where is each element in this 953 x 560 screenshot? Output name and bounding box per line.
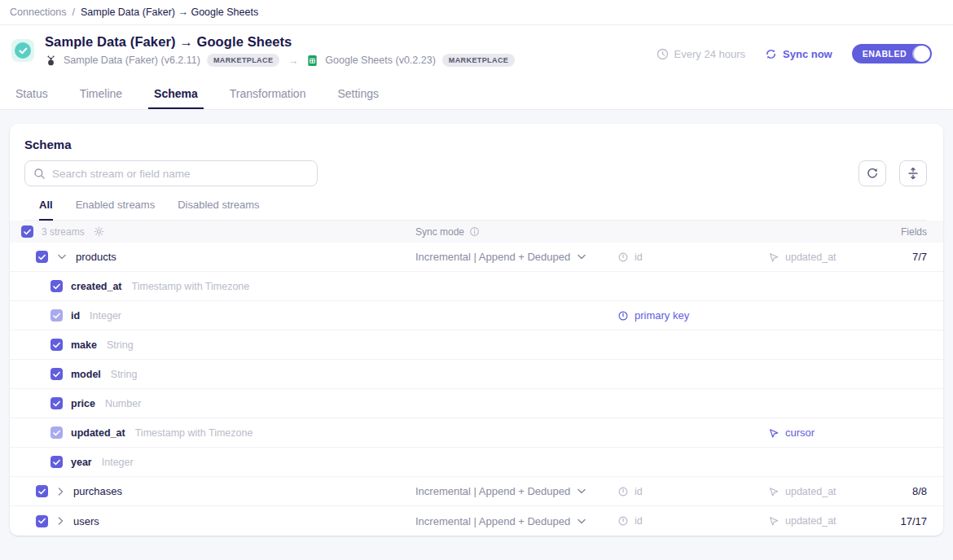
connection-tabs: Status Timeline Schema Transformation Se… [0,77,953,110]
fields-count: 7/7 [881,251,943,263]
check-icon [38,254,46,260]
stream-row-users: users Incremental | Append + Deduped id [10,506,943,536]
cursor-tag[interactable]: cursor [758,427,881,439]
cursor-value: updated_at [785,486,837,497]
enabled-toggle[interactable]: ENABLED [852,44,932,63]
chevron-right-icon[interactable] [58,488,64,496]
sync-mode-value: Incremental | Append + Deduped [415,515,570,527]
primary-key-summary[interactable]: id [608,486,758,497]
filter-tab-enabled[interactable]: Enabled streams [76,199,156,220]
field-row-model: model String [10,360,943,389]
destination-name[interactable]: Google Sheets (v0.2.23) [325,55,436,66]
cursor-pointer-icon [768,252,780,263]
tab-timeline[interactable]: Timeline [77,77,125,109]
fields-count: 17/17 [881,515,943,527]
expand-all-button[interactable] [899,160,927,186]
stream-name[interactable]: purchases [73,485,122,497]
key-circle-icon [617,310,629,322]
stream-checkbox[interactable] [36,485,48,497]
gear-icon[interactable] [93,225,105,238]
source-name[interactable]: Sample Data (Faker) (v6.2.11) [64,55,200,66]
field-type: Integer [90,310,121,322]
search-input[interactable] [52,168,309,180]
select-all-checkbox[interactable] [21,225,33,238]
sync-now-label: Sync now [783,48,832,60]
arrow-icon: → [288,55,298,67]
sync-mode-header: Sync mode [415,226,464,238]
tab-schema[interactable]: Schema [152,77,200,109]
field-name: created_at [71,281,122,292]
cursor-summary[interactable]: updated_at [758,486,881,497]
primary-key-summary[interactable]: id [608,515,758,527]
sync-icon [765,48,777,60]
stream-checkbox[interactable] [36,251,48,263]
primary-key-value: id [635,252,643,263]
schedule-label: Every 24 hours [674,48,745,60]
field-type: Timestamp with Timezone [132,281,250,292]
primary-key-tag[interactable]: primary key [608,309,758,322]
primary-key-tag-label: primary key [635,309,689,322]
refresh-schema-button[interactable] [859,160,886,186]
field-checkbox[interactable] [51,280,63,292]
connection-header: Sample Data (Faker) → Google Sheets Samp… [0,25,953,77]
connection-status-icon [11,39,34,62]
expand-vertical-icon [907,167,920,180]
field-checkbox[interactable] [51,427,63,439]
info-icon [469,226,480,237]
sync-schedule: Every 24 hours [657,48,745,60]
check-icon [38,488,46,495]
sync-mode-value: Incremental | Append + Deduped [415,251,570,263]
connection-title: Sample Data (Faker) → Google Sheets [45,34,515,50]
cursor-tag-label: cursor [785,427,815,439]
field-row-updated_at: updated_at Timestamp with Timezone curso… [10,418,943,448]
primary-key-value: id [635,515,643,527]
sync-mode-select[interactable]: Incremental | Append + Deduped [406,515,608,527]
field-checkbox[interactable] [51,456,63,468]
field-type: Timestamp with Timezone [135,427,253,439]
field-type: String [111,369,138,380]
field-name: year [71,457,92,468]
field-type: Number [105,398,141,409]
field-checkbox[interactable] [51,368,63,380]
schema-search[interactable] [24,160,318,186]
cursor-value: updated_at [785,252,837,263]
filter-tab-disabled[interactable]: Disabled streams [178,199,259,220]
field-row-year: year Integer [10,448,943,477]
field-checkbox[interactable] [51,397,63,409]
breadcrumb-connections-link[interactable]: Connections [10,7,67,18]
enabled-label: ENABLED [863,49,907,59]
chevron-down-icon[interactable] [58,254,66,260]
stream-name[interactable]: users [73,515,99,527]
breadcrumb-separator: / [72,7,75,18]
chevron-right-icon[interactable] [58,517,64,525]
stream-filter-tabs: All Enabled streams Disabled streams [24,199,927,221]
field-name: make [71,339,97,351]
cursor-pointer-icon [768,515,780,527]
field-checkbox[interactable] [51,309,63,322]
source-marketplace-badge: MARKETPLACE [207,54,279,67]
refresh-icon [866,167,879,180]
stream-row-purchases: purchases Incremental | Append + Deduped… [10,477,943,506]
field-name: model [71,369,101,380]
stream-checkbox[interactable] [36,515,48,527]
primary-key-summary[interactable]: id [608,252,758,263]
field-row-price: price Number [10,389,943,418]
search-icon [33,168,46,180]
faker-source-icon [45,55,57,67]
chevron-down-icon [578,488,586,494]
sync-mode-select[interactable]: Incremental | Append + Deduped [406,485,608,497]
cursor-summary[interactable]: updated_at [758,515,881,527]
schema-card: Schema [10,124,943,536]
tab-status[interactable]: Status [13,77,51,109]
filter-tab-all[interactable]: All [39,199,53,220]
chevron-down-icon [578,254,586,260]
cursor-value: updated_at [785,515,837,527]
stream-name[interactable]: products [76,251,116,263]
field-row-id: id Integer primary key [10,301,943,330]
tab-transformation[interactable]: Transformation [227,77,309,109]
field-checkbox[interactable] [51,339,63,351]
sync-mode-select[interactable]: Incremental | Append + Deduped [406,251,608,263]
cursor-summary[interactable]: updated_at [758,252,881,263]
tab-settings[interactable]: Settings [335,77,381,109]
sync-now-button[interactable]: Sync now [765,48,832,60]
